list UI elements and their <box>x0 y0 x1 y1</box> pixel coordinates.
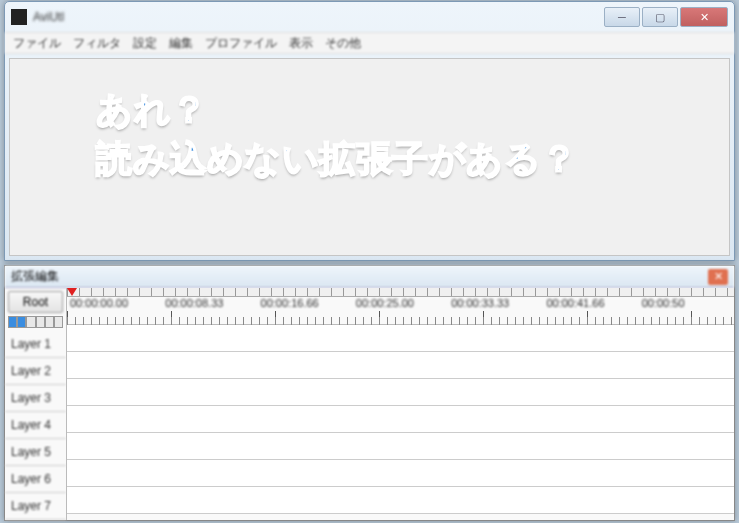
layer-label[interactable]: Layer 7 <box>5 493 66 520</box>
timecode: 00:00:25.00 <box>353 297 448 311</box>
main-window: AviUtl ─ ▢ ✕ ファイル フィルタ 設定 編集 プロファイル 表示 そ… <box>4 1 735 261</box>
timeline-tracks-area[interactable]: 00:00:00.00 00:00:08.33 00:00:16.66 00:0… <box>67 288 734 520</box>
track-row[interactable] <box>67 460 734 487</box>
close-button[interactable]: ✕ <box>680 7 728 27</box>
timeline-titlebar[interactable]: 拡張編集 ✕ <box>5 266 734 288</box>
timeline-close-button[interactable]: ✕ <box>708 269 728 285</box>
zoom-slider[interactable] <box>8 316 63 328</box>
titlebar[interactable]: AviUtl ─ ▢ ✕ <box>5 2 734 32</box>
timecode: 00:00:00.00 <box>67 297 162 311</box>
track-row[interactable] <box>67 325 734 352</box>
timeline-title-text: 拡張編集 <box>11 268 59 285</box>
layer-label[interactable]: Layer 5 <box>5 439 66 466</box>
window-title: AviUtl <box>33 10 64 24</box>
menu-edit[interactable]: 編集 <box>169 35 193 52</box>
track-row[interactable] <box>67 352 734 379</box>
layer-label[interactable]: Layer 4 <box>5 412 66 439</box>
maximize-button[interactable]: ▢ <box>642 7 678 27</box>
menu-settings[interactable]: 設定 <box>133 35 157 52</box>
menu-other[interactable]: その他 <box>325 35 361 52</box>
layer-label[interactable]: Layer 1 <box>5 331 66 358</box>
layer-label[interactable]: Layer 6 <box>5 466 66 493</box>
time-ruler[interactable]: 00:00:00.00 00:00:08.33 00:00:16.66 00:0… <box>67 288 734 325</box>
timecode: 00:00:41.66 <box>543 297 638 311</box>
minimize-button[interactable]: ─ <box>604 7 640 27</box>
track-row[interactable] <box>67 379 734 406</box>
menubar: ファイル フィルタ 設定 編集 プロファイル 表示 その他 <box>5 32 734 54</box>
app-icon <box>11 9 27 25</box>
timecode: 00:00:50 <box>639 297 734 311</box>
menu-filter[interactable]: フィルタ <box>73 35 121 52</box>
timecode: 00:00:16.66 <box>258 297 353 311</box>
menu-view[interactable]: 表示 <box>289 35 313 52</box>
track-row[interactable] <box>67 487 734 514</box>
layer-label[interactable]: Layer 3 <box>5 385 66 412</box>
timeline-body: Root Layer 1 Layer 2 Layer 3 Layer 4 Lay… <box>5 288 734 520</box>
menu-profile[interactable]: プロファイル <box>205 35 277 52</box>
track-row[interactable] <box>67 433 734 460</box>
timeline-window: 拡張編集 ✕ Root Layer 1 Layer 2 Layer 3 Laye… <box>4 265 735 521</box>
timecode: 00:00:08.33 <box>162 297 257 311</box>
menu-file[interactable]: ファイル <box>13 35 61 52</box>
window-controls: ─ ▢ ✕ <box>604 7 728 27</box>
root-button[interactable]: Root <box>8 291 63 313</box>
track-row[interactable] <box>67 406 734 433</box>
layer-label[interactable]: Layer 2 <box>5 358 66 385</box>
preview-area <box>9 58 730 256</box>
timeline-left-panel: Root Layer 1 Layer 2 Layer 3 Layer 4 Lay… <box>5 288 67 520</box>
timecode: 00:00:33.33 <box>448 297 543 311</box>
